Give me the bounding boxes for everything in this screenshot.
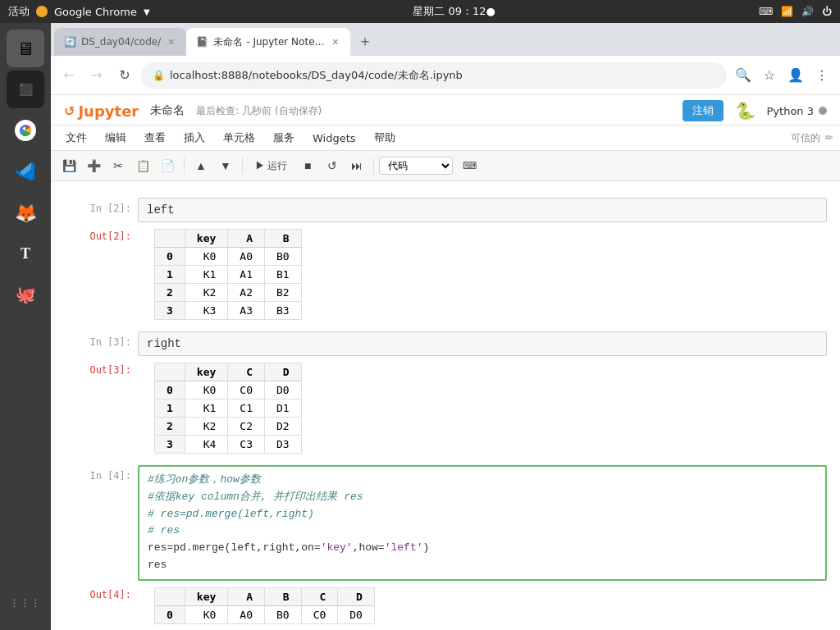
copy-btn[interactable]: 📋 xyxy=(131,154,154,177)
kernel-label: Python 3 xyxy=(767,105,814,117)
kernel-status-dot xyxy=(819,107,827,115)
code-line-5: res=pd.merge(left,right,on='key',how='le… xyxy=(148,540,817,557)
out4-table: key A B C D 0K0A0B0C0D0 xyxy=(154,587,375,624)
chrome-window: 🔄 DS_day04/code/ ✕ 📓 未命名 - Jupyter Noteb… xyxy=(51,23,840,630)
network-icon[interactable]: 📶 xyxy=(781,6,793,17)
search-btn[interactable]: 🔍 xyxy=(732,64,755,87)
reload-btn[interactable]: ↻ xyxy=(113,64,136,87)
forward-btn[interactable]: → xyxy=(85,64,108,87)
menu-help[interactable]: 帮助 xyxy=(366,127,404,148)
out4-wrapper: Out[4]: key A B C D xyxy=(51,584,840,628)
tab-jupyter[interactable]: 📓 未命名 - Jupyter Notebo... ✕ xyxy=(186,28,350,56)
out3-content: key C D 0K0C0D0 1K1C1D1 2K2C2D2 3K4C3D3 xyxy=(138,359,827,457)
table-row: 2K2A2B2 xyxy=(155,284,302,302)
volume-icon[interactable]: 🔊 xyxy=(801,6,814,17)
cell-in4-wrapper: In [4]: #练习on参数，how参数 #依据key column合并, 并… xyxy=(51,465,840,581)
out2-wrapper: Out[2]: key A B 0K0A0B0 xyxy=(51,226,840,323)
restart-btn[interactable]: ↺ xyxy=(321,154,344,177)
dropdown-arrow[interactable]: ▼ xyxy=(144,7,150,16)
os-sidebar: 🖥 ⬛ 🦊 T 🐙 ⋮⋮⋮ xyxy=(0,23,51,630)
sidebar-icon-apps[interactable]: ⋮⋮⋮ xyxy=(7,584,44,622)
restart-run-btn[interactable]: ⏭ xyxy=(345,154,368,177)
out2-table: key A B 0K0A0B0 1K1A1B1 2K2A2B2 3K3A3B3 xyxy=(154,229,302,320)
interrupt-btn[interactable]: ■ xyxy=(296,154,319,177)
tab-ds-code[interactable]: 🔄 DS_day04/code/ ✕ xyxy=(54,28,186,56)
out2-content: key A B 0K0A0B0 1K1A1B1 2K2A2B2 3K3A3B3 xyxy=(138,226,827,323)
cell-type-select[interactable]: 代码 Markdown Raw xyxy=(379,157,453,175)
sidebar-icon-firefox[interactable]: 🦊 xyxy=(7,194,44,231)
keyboard-icon[interactable]: ⌨ xyxy=(759,6,773,17)
chrome-favicon xyxy=(36,6,48,17)
menu-file[interactable]: 文件 xyxy=(57,127,95,148)
address-input[interactable]: 🔒 localhost:8888/notebooks/DS_day04/code… xyxy=(141,62,727,89)
col-idx4 xyxy=(155,587,185,605)
cell-in2-label: In [2]: xyxy=(64,198,138,214)
cell-in2-code[interactable]: left xyxy=(138,198,827,222)
sidebar-icon-git[interactable]: 🐙 xyxy=(7,276,44,313)
out4-label: Out[4]: xyxy=(64,584,138,600)
cell-in3-code[interactable]: right xyxy=(138,331,827,356)
back-btn[interactable]: ← xyxy=(57,64,80,87)
jupyter-title[interactable]: 未命名 xyxy=(150,103,185,118)
clock-label: 星期二 09：12● xyxy=(413,4,495,19)
sidebar-icon-pycharm[interactable]: 🖥 xyxy=(7,30,44,67)
menu-edit[interactable]: 编辑 xyxy=(97,127,135,148)
table-row: 1K1A1B1 xyxy=(155,266,302,284)
sidebar-icon-typora[interactable]: T xyxy=(7,235,44,272)
edit-icon[interactable]: ✏ xyxy=(825,132,833,144)
cell-in4-label: In [4]: xyxy=(64,465,138,482)
user-btn[interactable]: 👤 xyxy=(784,64,807,87)
tab1-close-btn[interactable]: ✕ xyxy=(166,35,176,49)
tab2-close-btn[interactable]: ✕ xyxy=(330,35,340,49)
run-btn[interactable]: ▶ 运行 xyxy=(248,154,294,177)
cut-btn[interactable]: ✂ xyxy=(107,154,130,177)
jupyter-body: ↺ jupyter 未命名 最后检查: 几秒前 (自动保存) 注销 🐍 Pyth… xyxy=(51,95,840,630)
cell-in3-wrapper: In [3]: right xyxy=(51,331,840,356)
move-down-btn[interactable]: ▼ xyxy=(214,154,237,177)
table-row: 3K3A3B3 xyxy=(155,302,302,320)
sidebar-icon-chrome[interactable] xyxy=(7,112,44,149)
tab2-label: 未命名 - Jupyter Notebo... xyxy=(213,35,325,49)
jupyter-register-btn[interactable]: 注销 xyxy=(682,100,724,121)
table-row: 1K1C1D1 xyxy=(155,399,302,418)
paste-btn[interactable]: 📄 xyxy=(156,154,179,177)
menu-cell[interactable]: 单元格 xyxy=(215,127,263,148)
menu-bar: 文件 编辑 查看 插入 单元格 服务 Widgets 帮助 可信的 ✏ xyxy=(51,126,840,151)
new-tab-btn[interactable]: ＋ xyxy=(354,30,377,52)
out3-label: Out[3]: xyxy=(64,359,138,376)
keyboard-shortcuts-btn[interactable]: ⌨ xyxy=(458,154,481,177)
sidebar-icon-vscode[interactable] xyxy=(7,153,44,190)
save-btn[interactable]: 💾 xyxy=(57,154,80,177)
code-line-2: #依据key column合并, 并打印出结果 res xyxy=(148,489,817,506)
table-row: 0K0C0D0 xyxy=(155,381,302,399)
cell-in2-wrapper: In [2]: left xyxy=(51,198,840,222)
menu-view[interactable]: 查看 xyxy=(136,127,174,148)
tab-bar: 🔄 DS_day04/code/ ✕ 📓 未命名 - Jupyter Noteb… xyxy=(51,23,840,56)
sidebar-icon-terminal[interactable]: ⬛ xyxy=(7,71,44,108)
menu-widgets[interactable]: Widgets xyxy=(304,129,364,148)
col-key4: key xyxy=(185,587,227,605)
python-icon: 🐍 xyxy=(735,101,756,121)
menu-insert[interactable]: 插入 xyxy=(176,127,213,148)
col-d3: D xyxy=(264,363,301,381)
code-line-1: #练习on参数，how参数 xyxy=(148,472,817,489)
jupyter-header: ↺ jupyter 未命名 最后检查: 几秒前 (自动保存) 注销 🐍 Pyth… xyxy=(51,95,840,126)
menu-btn[interactable]: ⋮ xyxy=(810,64,833,87)
toolbar-sep1 xyxy=(184,158,185,174)
toolbar: 💾 ➕ ✂ 📋 📄 ▲ ▼ ▶ 运行 ■ ↺ ⏭ 代码 Markdown Raw… xyxy=(51,151,840,181)
menu-kernel[interactable]: 服务 xyxy=(265,127,303,148)
add-cell-btn[interactable]: ➕ xyxy=(82,154,105,177)
bookmark-btn[interactable]: ☆ xyxy=(758,64,781,87)
os-topbar-center: 星期二 09：12● xyxy=(413,4,495,19)
power-icon[interactable]: ⏻ xyxy=(822,6,832,17)
col-b: B xyxy=(264,230,301,248)
col-b4: B xyxy=(264,587,301,605)
kernel-info: Python 3 xyxy=(767,105,827,117)
col-idx3 xyxy=(155,363,185,381)
cell-in4-code[interactable]: #练习on参数，how参数 #依据key column合并, 并打印出结果 re… xyxy=(138,465,827,581)
activities-label[interactable]: 活动 xyxy=(8,4,30,19)
os-topbar: 活动 Google Chrome ▼ 星期二 09：12● ⌨ 📶 🔊 ⏻ xyxy=(0,0,840,23)
notebook-content[interactable]: In [2]: left Out[2]: key A B xyxy=(51,181,840,630)
move-up-btn[interactable]: ▲ xyxy=(189,154,212,177)
col-c4: C xyxy=(301,587,338,605)
